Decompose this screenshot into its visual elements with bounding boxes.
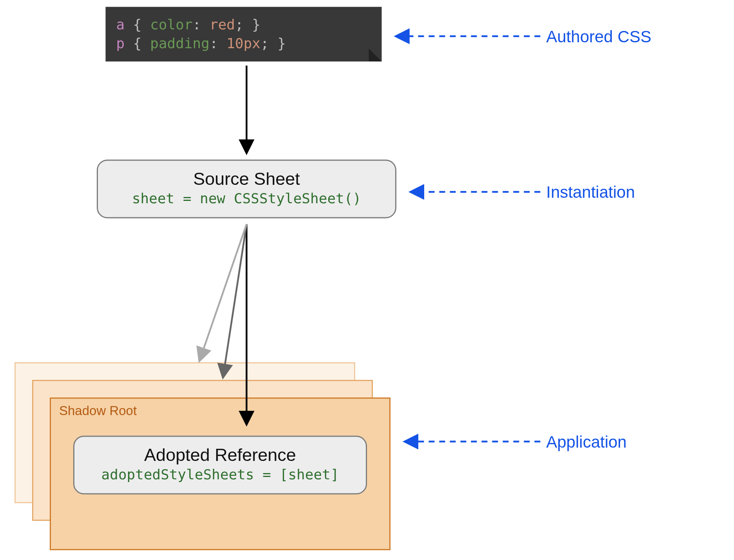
css-selector: a	[116, 16, 125, 33]
arrow-source-to-mid	[223, 224, 247, 377]
arrow-source-to-back	[200, 224, 247, 361]
source-sheet-code: sheet = new CSSStyleSheet()	[105, 190, 388, 207]
adopted-reference-title: Adopted Reference	[81, 445, 359, 465]
annotation-instantiation: Instantiation	[546, 183, 635, 202]
authored-css-code-box: a { color: red; } p { padding: 10px; }	[106, 7, 382, 61]
css-property: padding	[150, 35, 210, 52]
annotation-authored-css: Authored CSS	[546, 27, 652, 46]
adopted-reference-box: Adopted Reference adoptedStyleSheets = […	[73, 436, 367, 495]
source-sheet-title: Source Sheet	[105, 169, 388, 189]
diagram-stage: a { color: red; } p { padding: 10px; } S…	[0, 1, 734, 559]
source-sheet-box: Source Sheet sheet = new CSSStyleSheet()	[97, 160, 396, 219]
css-property: color	[150, 16, 192, 33]
css-selector: p	[116, 35, 125, 52]
adopted-reference-code: adoptedStyleSheets = [sheet]	[81, 466, 359, 483]
annotation-application: Application	[546, 433, 627, 452]
shadow-root-label: Shadow Root	[59, 403, 137, 419]
css-value: 10px	[226, 35, 260, 52]
css-value: red	[210, 16, 235, 33]
